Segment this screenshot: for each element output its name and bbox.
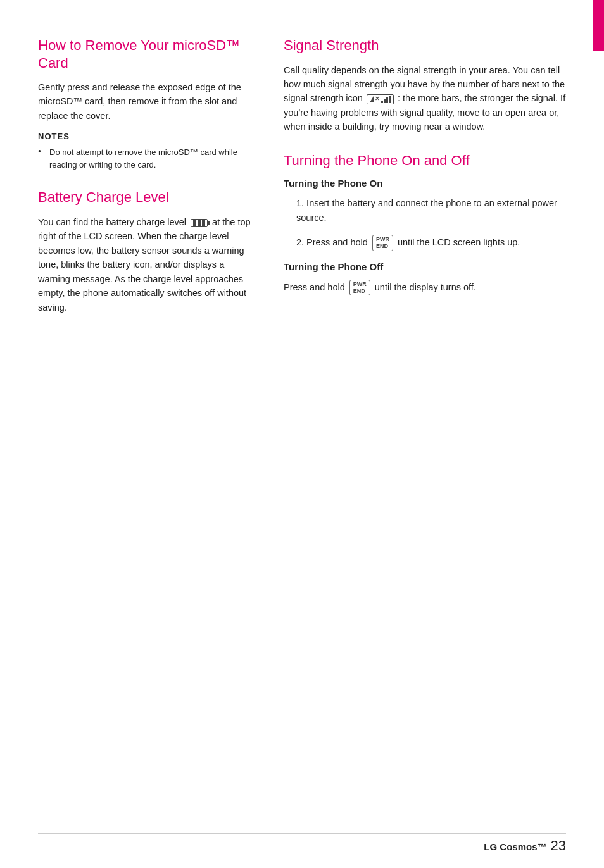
footer-page-number: 23 xyxy=(551,838,566,854)
power-on-step1: 1. Insert the battery and connect the ph… xyxy=(284,196,566,225)
notes-list: Do not attempt to remove the microSD™ ca… xyxy=(38,146,253,171)
signal-bar-2 xyxy=(384,99,386,103)
battery-body-after: at the top right of the LCD screen. When… xyxy=(38,217,251,313)
battery-bar-2 xyxy=(198,220,201,226)
power-on-step2: 2. Press and hold PWREND until the LCD s… xyxy=(284,235,566,251)
pwr-end-icon-2: PWREND xyxy=(349,280,370,296)
footer: LG Cosmos™ 23 xyxy=(484,838,566,854)
left-column: How to Remove Your microSD™ Card Gently … xyxy=(38,37,253,332)
signal-title: Signal Strength xyxy=(284,37,566,54)
pwr-label: PWREND xyxy=(376,236,389,250)
turning-off-body: Press and hold PWREND until the display … xyxy=(284,280,566,296)
battery-title: Battery Charge Level xyxy=(38,189,253,206)
pink-tab xyxy=(593,0,604,51)
battery-body-before: You can find the battery charge level xyxy=(38,217,186,227)
turning-off-subsection: Turning the Phone Off Press and hold PWR… xyxy=(284,261,566,296)
signal-section: Signal Strength Call quality depends on … xyxy=(284,37,566,134)
turning-on-heading: Turning the Phone On xyxy=(284,178,566,189)
page-container: How to Remove Your microSD™ Card Gently … xyxy=(0,0,604,868)
signal-bar-3 xyxy=(386,97,388,103)
step2-suffix: until the LCD screen lights up. xyxy=(398,237,520,247)
step2-prefix: 2. Press and hold xyxy=(296,237,368,247)
power-title: Turning the Phone On and Off xyxy=(284,152,566,170)
microsd-title: How to Remove Your microSD™ Card xyxy=(38,37,253,71)
notes-heading: NOTES xyxy=(38,132,253,141)
pwr-label-2: PWREND xyxy=(353,281,367,295)
power-section: Turning the Phone On and Off Turning the… xyxy=(284,152,566,296)
signal-x: ✕ xyxy=(375,96,380,102)
turning-off-heading: Turning the Phone Off xyxy=(284,261,566,272)
battery-bar-3 xyxy=(202,220,205,226)
microsd-body: Gently press and release the exposed edg… xyxy=(38,80,253,123)
off-suffix: until the display turns off. xyxy=(375,282,476,292)
battery-body: You can find the battery charge level at… xyxy=(38,215,253,314)
signal-body: Call quality depends on the signal stren… xyxy=(284,63,566,134)
pwr-end-icon: PWREND xyxy=(372,235,393,251)
turning-on-subsection: Turning the Phone On 1. Insert the batte… xyxy=(284,178,566,251)
battery-bar-1 xyxy=(193,220,196,226)
battery-section: Battery Charge Level You can find the ba… xyxy=(38,189,253,314)
microsd-section: How to Remove Your microSD™ Card Gently … xyxy=(38,37,253,171)
footer-line xyxy=(38,833,566,834)
signal-triangle xyxy=(370,96,374,102)
content-columns: How to Remove Your microSD™ Card Gently … xyxy=(38,37,566,332)
signal-strength-icon: ✕ xyxy=(367,94,394,104)
signal-bar-1 xyxy=(381,101,383,103)
footer-brand: LG Cosmos™ xyxy=(484,841,546,852)
note-item-1: Do not attempt to remove the microSD™ ca… xyxy=(38,146,253,171)
battery-icon xyxy=(191,219,208,227)
right-column: Signal Strength Call quality depends on … xyxy=(284,37,566,332)
off-prefix: Press and hold xyxy=(284,282,345,292)
signal-bars xyxy=(381,96,391,103)
signal-bar-4 xyxy=(389,96,391,103)
